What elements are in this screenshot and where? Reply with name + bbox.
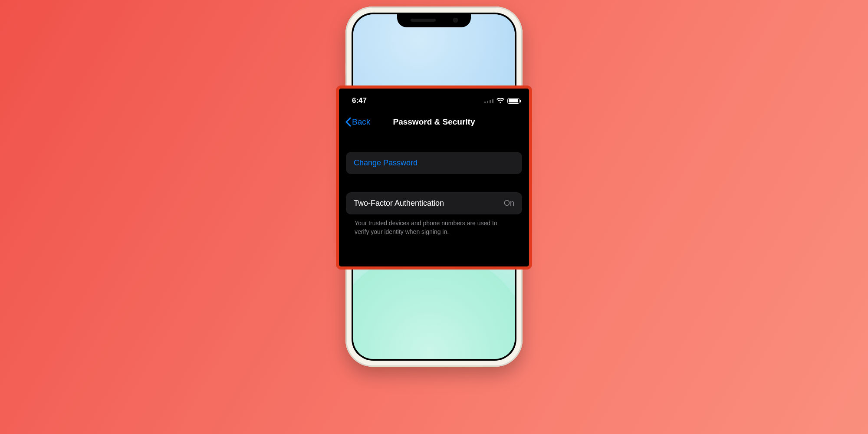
back-button[interactable]: Back [345,117,370,127]
phone-speaker [411,19,436,22]
section-two-factor: Two-Factor Authentication On Your truste… [339,192,529,237]
cellular-signal-icon [484,99,493,103]
status-time: 6:47 [352,96,367,105]
chevron-left-icon [345,117,351,127]
page-title: Password & Security [393,117,475,127]
wifi-icon [496,98,504,104]
two-factor-value: On [504,199,514,208]
phone-silent-switch [345,63,346,75]
battery-icon [507,98,519,104]
two-factor-label: Two-Factor Authentication [354,199,444,208]
two-factor-footer: Your trusted devices and phone numbers a… [346,214,522,237]
settings-card: 6:47 [336,85,532,270]
status-bar: 6:47 [339,89,529,108]
phone-front-camera [453,18,458,23]
change-password-row[interactable]: Change Password [346,152,522,174]
battery-level [509,99,518,102]
section-change-password: Change Password [339,152,529,174]
status-indicators [484,98,519,104]
stage: 6:47 [0,0,868,434]
phone-notch [397,13,471,27]
change-password-label: Change Password [354,158,418,168]
two-factor-row[interactable]: Two-Factor Authentication On [346,192,522,214]
back-label: Back [352,117,370,127]
nav-bar: Back Password & Security [339,108,529,129]
